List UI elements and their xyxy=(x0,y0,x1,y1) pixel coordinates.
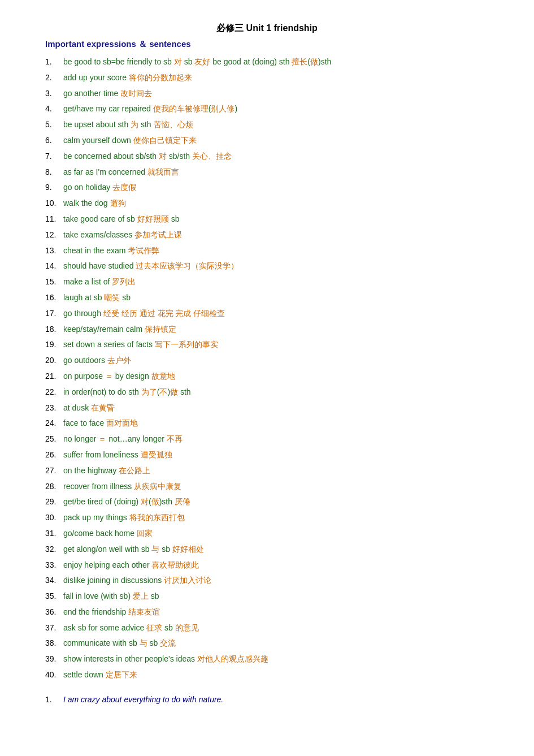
item-content: at dusk 在黄昏 xyxy=(63,401,115,415)
item-number: 37. xyxy=(45,621,63,635)
list-item: 21.on purpose ＝ by design 故意地 xyxy=(45,370,489,383)
item-number: 17. xyxy=(45,307,63,321)
item-number: 22. xyxy=(45,386,63,399)
item-content: pack up my things 将我的东西打包 xyxy=(63,511,185,525)
list-item: 14.should have studied 过去本应该学习（实际没学） xyxy=(45,260,489,273)
item-number: 27. xyxy=(45,464,63,478)
list-item: 29.get/be tired of (doing) 对(做)sth 厌倦 xyxy=(45,495,489,509)
item-content: go through 经受 经历 通过 花完 完成 仔细检查 xyxy=(63,307,225,321)
item-content: make a list of 罗列出 xyxy=(63,275,136,289)
item-content: enjoy helping each other 喜欢帮助彼此 xyxy=(63,559,199,572)
item-number: 5. xyxy=(45,118,63,132)
item-content: go another time 改时间去 xyxy=(63,87,152,101)
list-item: 32.get along/on well with sb 与 sb 好好相处 xyxy=(45,543,489,556)
item-content: show interests in other people's ideas 对… xyxy=(63,653,268,666)
item-number: 36. xyxy=(45,606,63,619)
item-content: ask sb for some advice 征求 sb 的意见 xyxy=(63,621,199,635)
item-content: be upset about sth 为 sth 苦恼、心烦 xyxy=(63,118,193,132)
list-item: 35.fall in love (with sb) 爱上 sb xyxy=(45,590,489,603)
page-title: 必修三 Unit 1 friendship xyxy=(45,23,489,34)
list-item: 31.go/come back home 回家 xyxy=(45,527,489,541)
list-item: 37.ask sb for some advice 征求 sb 的意见 xyxy=(45,621,489,635)
list-item: 7.be concerned about sb/sth 对 sb/sth 关心、… xyxy=(45,150,489,163)
item-content: take good care of sb 好好照顾 sb xyxy=(63,213,179,226)
item-content: end the friendship 结束友谊 xyxy=(63,606,160,619)
item-number: 31. xyxy=(45,527,63,541)
item-number: 15. xyxy=(45,275,63,289)
item-number: 20. xyxy=(45,354,63,368)
list-item: 25.no longer ＝ not…any longer 不再 xyxy=(45,433,489,446)
item-number: 24. xyxy=(45,417,63,430)
item-number: 19. xyxy=(45,338,63,352)
page-container: 必修三 Unit 1 friendship Important expressi… xyxy=(45,23,489,707)
list-item: 34.dislike joining in discussions 讨厌加入讨论 xyxy=(45,574,489,587)
item-content: fall in love (with sb) 爱上 sb xyxy=(63,590,159,603)
list-item: 24.face to face 面对面地 xyxy=(45,417,489,430)
list-item: 16.laugh at sb 嘲笑 sb xyxy=(45,291,489,305)
item-number: 10. xyxy=(45,197,63,210)
item-number: 28. xyxy=(45,480,63,494)
item-number: 3. xyxy=(45,87,63,101)
item-content: face to face 面对面地 xyxy=(63,417,138,430)
item-content: get/have my car repaired 使我的车被修理(别人修) xyxy=(63,102,237,116)
item-number: 38. xyxy=(45,637,63,650)
list-item: 26.suffer from loneliness 遭受孤独 xyxy=(45,448,489,462)
list-item: 5.be upset about sth 为 sth 苦恼、心烦 xyxy=(45,118,489,132)
item-number: 8. xyxy=(45,166,63,179)
expressions-list: 1.be good to sb=be friendly to sb 对 sb 友… xyxy=(45,55,489,682)
item-content: should have studied 过去本应该学习（实际没学） xyxy=(63,260,238,273)
item-content: keep/stay/remain calm 保持镇定 xyxy=(63,323,176,336)
list-item: 8.as far as I'm concerned 就我而言 xyxy=(45,166,489,179)
list-item: 20.go outdoors 去户外 xyxy=(45,354,489,368)
list-item: 2.add up your score 将你的分数加起来 xyxy=(45,71,489,85)
item-number: 2. xyxy=(45,71,63,85)
sentence-item: 1.I am crazy about everything to do with… xyxy=(45,693,489,707)
item-content: on purpose ＝ by design 故意地 xyxy=(63,370,175,383)
list-item: 28.recover from illness 从疾病中康复 xyxy=(45,480,489,494)
item-number: 29. xyxy=(45,495,63,509)
list-item: 40.settle down 定居下来 xyxy=(45,668,489,682)
list-item: 11.take good care of sb 好好照顾 sb xyxy=(45,213,489,226)
item-number: 13. xyxy=(45,244,63,258)
item-number: 26. xyxy=(45,448,63,462)
item-content: get along/on well with sb 与 sb 好好相处 xyxy=(63,543,204,556)
item-number: 14. xyxy=(45,260,63,273)
item-content: dislike joining in discussions 讨厌加入讨论 xyxy=(63,574,211,587)
list-item: 39.show interests in other people's idea… xyxy=(45,653,489,666)
list-item: 1.be good to sb=be friendly to sb 对 sb 友… xyxy=(45,55,489,69)
list-item: 33.enjoy helping each other 喜欢帮助彼此 xyxy=(45,559,489,572)
item-number: 18. xyxy=(45,323,63,336)
list-item: 23.at dusk 在黄昏 xyxy=(45,401,489,415)
item-number: 34. xyxy=(45,574,63,587)
item-number: 35. xyxy=(45,590,63,603)
item-number: 40. xyxy=(45,668,63,682)
item-number: 39. xyxy=(45,653,63,666)
item-content: recover from illness 从疾病中康复 xyxy=(63,480,181,494)
list-item: 12.take exams/classes 参加考试上课 xyxy=(45,228,489,242)
list-item: 22.in order(not) to do sth 为了(不)做 sth xyxy=(45,386,489,399)
item-number: 12. xyxy=(45,228,63,242)
item-content: take exams/classes 参加考试上课 xyxy=(63,228,182,242)
sentence-number: 1. xyxy=(45,693,63,707)
item-content: laugh at sb 嘲笑 sb xyxy=(63,291,131,305)
list-item: 38.communicate with sb 与 sb 交流 xyxy=(45,637,489,650)
item-content: suffer from loneliness 遭受孤独 xyxy=(63,448,172,462)
list-item: 4.get/have my car repaired 使我的车被修理(别人修) xyxy=(45,102,489,116)
item-number: 23. xyxy=(45,401,63,415)
item-content: calm yourself down 使你自己镇定下来 xyxy=(63,134,197,148)
list-item: 17.go through 经受 经历 通过 花完 完成 仔细检查 xyxy=(45,307,489,321)
item-number: 32. xyxy=(45,543,63,556)
list-item: 10.walk the dog 遛狗 xyxy=(45,197,489,210)
item-content: go/come back home 回家 xyxy=(63,527,153,541)
list-item: 36.end the friendship 结束友谊 xyxy=(45,606,489,619)
item-number: 1. xyxy=(45,55,63,69)
item-content: add up your score 将你的分数加起来 xyxy=(63,71,192,85)
item-content: settle down 定居下来 xyxy=(63,668,137,682)
list-item: 13.cheat in the exam 考试作弊 xyxy=(45,244,489,258)
item-content: on the highway 在公路上 xyxy=(63,464,150,478)
list-item: 30.pack up my things 将我的东西打包 xyxy=(45,511,489,525)
item-number: 16. xyxy=(45,291,63,305)
item-number: 9. xyxy=(45,181,63,195)
item-content: walk the dog 遛狗 xyxy=(63,197,126,210)
item-number: 11. xyxy=(45,213,63,226)
